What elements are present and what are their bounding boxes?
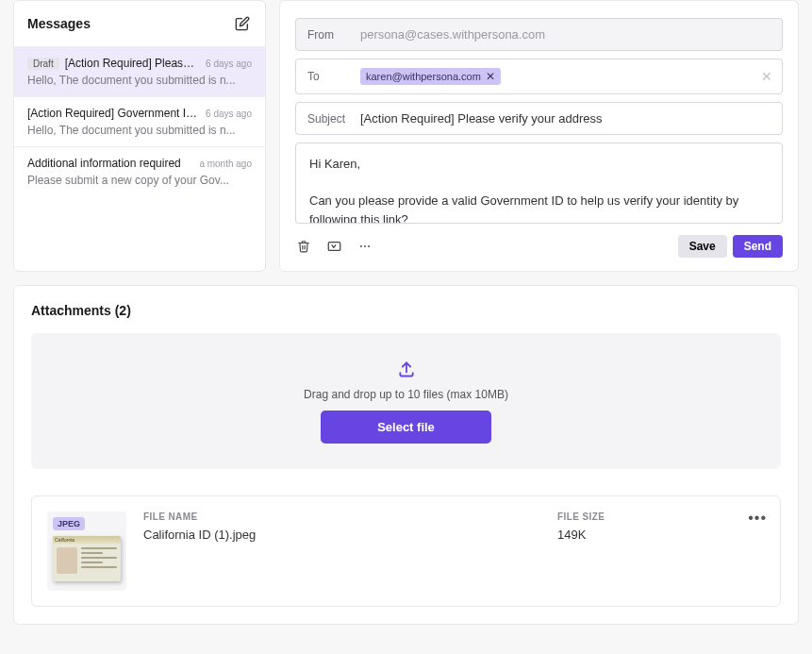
- message-preview: Hello, The document you submitted is n..…: [27, 124, 252, 137]
- message-item[interactable]: [Action Required] Government ID is req..…: [14, 96, 265, 146]
- more-icon: •••: [748, 510, 767, 526]
- body-line: Hi Karen,: [309, 155, 769, 174]
- messages-header: Messages: [14, 1, 265, 46]
- recipient-chip[interactable]: karen@withpersona.com ✕: [360, 68, 501, 85]
- from-value: persona@cases.withpersona.com: [360, 27, 545, 42]
- attachments-panel: Attachments (2) Drag and drop up to 10 f…: [13, 285, 799, 625]
- message-subject: Additional information required: [27, 157, 181, 170]
- message-subject: [Action Required] Government ID is req..…: [27, 107, 200, 120]
- from-label: From: [307, 28, 349, 42]
- clear-recipients-icon[interactable]: ✕: [761, 69, 772, 84]
- file-more-button[interactable]: •••: [744, 506, 771, 530]
- message-item[interactable]: Draft [Action Required] Please verify yo…: [14, 46, 265, 96]
- file-size-value: 149K: [557, 528, 765, 542]
- dropzone-hint: Drag and drop up to 10 files (max 10MB): [304, 388, 508, 401]
- file-type-badge: JPEG: [53, 517, 85, 530]
- messages-title: Messages: [27, 16, 91, 31]
- body-textarea[interactable]: Hi Karen, Can you please provide a valid…: [295, 143, 783, 224]
- svg-point-2: [364, 245, 366, 247]
- file-name-value: California ID (1).jpeg: [143, 528, 557, 542]
- compose-button[interactable]: [233, 14, 252, 33]
- trash-icon: [297, 240, 310, 253]
- compose-panel: From persona@cases.withpersona.com To ka…: [279, 0, 799, 272]
- svg-point-1: [360, 245, 362, 247]
- subject-field[interactable]: Subject [Action Required] Please verify …: [295, 102, 783, 135]
- id-card-preview: California: [53, 536, 121, 581]
- file-name-header: FILE NAME: [143, 511, 557, 522]
- more-icon: [358, 240, 372, 253]
- compose-icon: [235, 16, 250, 31]
- select-file-button[interactable]: Select file: [321, 411, 491, 444]
- message-time: a month ago: [199, 159, 252, 169]
- compose-toolbar: Save Send: [295, 235, 783, 258]
- from-field[interactable]: From persona@cases.withpersona.com: [295, 18, 783, 51]
- id-header-strip: California: [53, 536, 121, 544]
- more-button[interactable]: [356, 238, 373, 255]
- draft-badge: Draft: [27, 58, 59, 70]
- attachments-title: Attachments (2): [31, 303, 781, 318]
- message-subject: [Action Required] Please verify yo...: [65, 57, 200, 70]
- message-time: 6 days ago: [206, 59, 252, 69]
- subject-label: Subject: [307, 112, 349, 126]
- messages-panel: Messages Draft [Action Required] Please …: [13, 0, 266, 272]
- to-field[interactable]: To karen@withpersona.com ✕ ✕: [295, 59, 783, 94]
- id-photo: [57, 547, 77, 574]
- message-item[interactable]: Additional information required a month …: [14, 146, 265, 196]
- file-dropzone[interactable]: Drag and drop up to 10 files (max 10MB) …: [31, 333, 781, 469]
- file-size-header: FILE SIZE: [557, 511, 765, 522]
- message-time: 6 days ago: [206, 109, 252, 119]
- variable-icon: [327, 240, 341, 253]
- body-line: Can you please provide a valid Governmen…: [309, 192, 769, 224]
- variable-button[interactable]: [325, 238, 343, 255]
- save-button[interactable]: Save: [678, 235, 727, 258]
- message-preview: Hello, The document you submitted is n..…: [27, 74, 252, 87]
- delete-button[interactable]: [295, 238, 312, 255]
- file-thumbnail[interactable]: JPEG California: [47, 511, 126, 591]
- attachment-card: JPEG California FILE NAME California ID …: [31, 495, 781, 607]
- recipient-email: karen@withpersona.com: [366, 71, 481, 82]
- upload-icon: [397, 360, 416, 378]
- id-text-lines: [81, 547, 117, 571]
- send-button[interactable]: Send: [733, 235, 783, 258]
- svg-point-3: [368, 245, 370, 247]
- subject-value: [Action Required] Please verify your add…: [360, 111, 603, 126]
- to-label: To: [307, 70, 349, 83]
- message-preview: Please submit a new copy of your Gov...: [27, 174, 252, 187]
- chip-remove-icon[interactable]: ✕: [486, 71, 495, 82]
